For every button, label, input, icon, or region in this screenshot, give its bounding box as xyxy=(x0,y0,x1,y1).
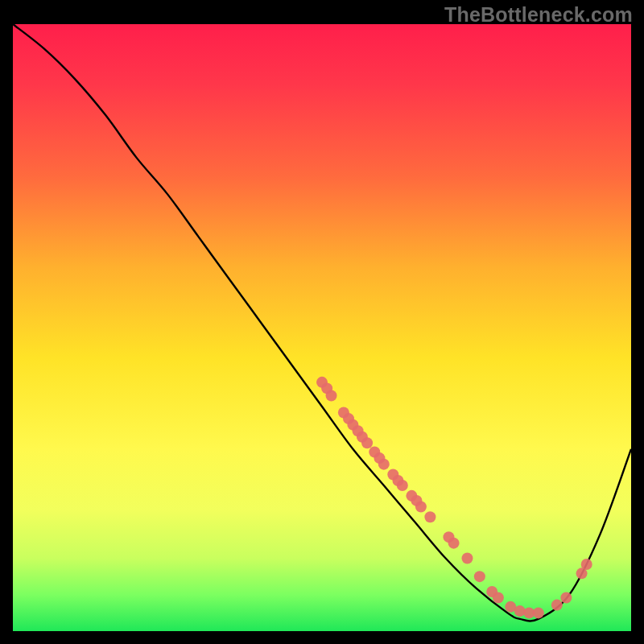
data-marker xyxy=(361,437,373,448)
data-marker xyxy=(415,501,427,512)
chart-svg xyxy=(13,24,631,631)
data-markers xyxy=(316,377,592,619)
data-marker xyxy=(378,459,390,470)
data-marker xyxy=(397,480,408,491)
bottleneck-curve-line xyxy=(13,24,631,621)
data-marker xyxy=(448,538,460,549)
chart-frame: TheBottleneck.com xyxy=(0,0,644,644)
data-marker xyxy=(493,592,504,604)
data-marker xyxy=(581,559,592,570)
data-marker xyxy=(551,600,563,611)
data-marker xyxy=(560,592,572,604)
data-marker xyxy=(326,390,337,401)
data-marker xyxy=(474,571,485,582)
plot-area xyxy=(13,24,631,631)
data-marker xyxy=(461,553,473,564)
data-marker xyxy=(533,607,544,618)
watermark-text: TheBottleneck.com xyxy=(444,3,633,27)
data-marker xyxy=(424,511,436,522)
